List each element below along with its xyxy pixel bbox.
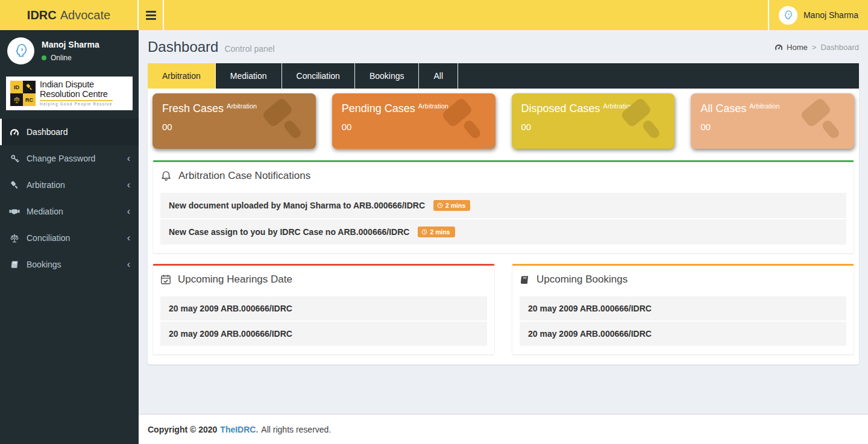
sidebar-user-panel: Manoj Sharma Online	[0, 30, 139, 73]
breadcrumb-separator: >	[812, 43, 817, 52]
sidebar-toggle-button[interactable]	[139, 0, 164, 30]
footer-brand-link[interactable]: TheIDRC.	[220, 425, 258, 434]
sidebar-item-mediation[interactable]: Mediation ‹	[0, 198, 139, 225]
all-cases-card[interactable]: All CasesArbitration 00	[691, 93, 854, 149]
gavel-icon	[9, 180, 20, 190]
tab-mediation[interactable]: Mediation	[216, 63, 282, 89]
app-brand[interactable]: IDRC Advocate	[0, 0, 139, 30]
gavel-watermark-icon	[621, 98, 667, 144]
key-icon	[9, 154, 20, 163]
top-navbar: IDRC Advocate Manoj Sharma	[0, 0, 868, 30]
footer-copyright: Copyright © 2020	[148, 425, 217, 434]
dashboard-icon	[775, 43, 783, 51]
idrc-logo-mark: ID RC	[10, 81, 36, 106]
chevron-left-icon: ‹	[127, 180, 130, 190]
chevron-left-icon: ‹	[127, 260, 130, 269]
navbar-user-name: Manoj Sharma	[804, 10, 858, 20]
fresh-cases-card[interactable]: Fresh CasesArbitration 00	[153, 93, 316, 149]
time-badge: 2 mins	[433, 200, 470, 211]
bookings-title: Upcoming Bookings	[536, 274, 627, 286]
sidebar-menu: Dashboard Change Password ‹ Arbitration …	[0, 119, 139, 278]
brand-light: Advocate	[60, 8, 110, 22]
tab-arbitration[interactable]: Arbitration	[148, 63, 216, 89]
logo-grid-scale-icon	[10, 93, 23, 106]
online-status-dot	[42, 55, 46, 60]
upcoming-bookings-panel: Upcoming Bookings 20 may 2009 ARB.000666…	[512, 264, 854, 355]
upcoming-hearings-panel: Upcoming Hearings Date 20 may 2009 ARB.0…	[153, 264, 495, 355]
page-subtitle: Control panel	[224, 44, 274, 54]
sidebar-avatar	[7, 37, 34, 64]
sidebar-item-arbitration[interactable]: Arbitration ‹	[0, 172, 139, 198]
book-icon	[9, 260, 20, 269]
chevron-left-icon: ‹	[127, 207, 130, 216]
tab-bookings[interactable]: Bookings	[355, 63, 420, 89]
sidebar: Manoj Sharma Online ID RC Indian Dispute…	[0, 30, 139, 444]
gavel-watermark-icon	[442, 98, 488, 144]
gavel-watermark-icon	[262, 98, 308, 144]
chevron-left-icon: ‹	[127, 233, 130, 243]
tab-conciliation[interactable]: Conciliation	[282, 63, 355, 89]
clock-icon	[421, 229, 427, 235]
hearing-item[interactable]: 20 may 2009 ARB.000666/IDRC	[160, 296, 487, 320]
breadcrumb-home-link[interactable]: Home	[775, 43, 808, 52]
sidebar-item-bookings[interactable]: Bookings ‹	[0, 251, 139, 278]
online-status-label: Online	[51, 54, 72, 62]
footer-rights: All rights reserved.	[261, 425, 331, 434]
idrc-logo: ID RC Indian Dispute Resolution Centre H…	[6, 77, 133, 110]
logo-line1: Indian Dispute	[40, 80, 113, 90]
chevron-left-icon: ‹	[127, 154, 130, 163]
footer: Copyright © 2020 TheIDRC. All rights res…	[139, 414, 868, 444]
hearings-title: Upcoming Hearings Date	[178, 274, 292, 286]
tab-all[interactable]: All	[419, 63, 458, 89]
hearing-item[interactable]: 20 may 2009 ARB.000666/IDRC	[160, 322, 487, 346]
pending-cases-card[interactable]: Pending CasesArbitration 00	[332, 93, 495, 149]
notification-item[interactable]: New document uploaded by Manoj Sharma to…	[160, 193, 846, 218]
book-icon	[520, 275, 530, 284]
user-status: Online	[42, 54, 99, 62]
notification-item[interactable]: New Case assign to you by IDRC Case no A…	[160, 219, 846, 245]
user-menu[interactable]: Manoj Sharma	[768, 0, 868, 30]
time-badge: 2 mins	[418, 227, 454, 237]
hamburger-icon	[146, 11, 156, 13]
case-type-tabs: Arbitration Mediation Conciliation Booki…	[148, 63, 859, 89]
bell-icon	[160, 170, 172, 181]
sidebar-item-change-password[interactable]: Change Password ‹	[0, 145, 139, 172]
gavel-watermark-icon	[800, 98, 846, 144]
logo-grid-rc: RC	[23, 93, 36, 106]
page-title: Dashboard	[148, 39, 218, 55]
logo-tagline: Helping Good People Resolve	[40, 100, 113, 107]
booking-item[interactable]: 20 may 2009 ARB.000666/IDRC	[520, 322, 846, 346]
user-avatar-icon	[779, 6, 797, 25]
logo-line2: Resolution Centre	[40, 90, 113, 99]
notifications-title: Arbitration Case Notifications	[178, 170, 310, 182]
sidebar-item-conciliation[interactable]: Conciliation ‹	[0, 225, 139, 251]
disposed-cases-card[interactable]: Disposed CasesArbitration 00	[512, 93, 675, 149]
summary-cards: Fresh CasesArbitration 00 Pending CasesA…	[153, 93, 854, 149]
content-area: Dashboard Control panel Home > Dashboard…	[139, 30, 868, 414]
calendar-check-icon	[160, 274, 171, 285]
tab-content-panel: Fresh CasesArbitration 00 Pending CasesA…	[148, 89, 859, 364]
logo-grid-gavel-icon	[23, 81, 36, 93]
sidebar-item-dashboard[interactable]: Dashboard	[0, 119, 139, 145]
logo-grid-id: ID	[10, 81, 23, 93]
breadcrumb-current: Dashboard	[820, 43, 859, 52]
booking-item[interactable]: 20 may 2009 ARB.000666/IDRC	[520, 296, 846, 320]
breadcrumb: Home > Dashboard	[775, 43, 859, 52]
brand-bold: IDRC	[27, 8, 57, 22]
handshake-icon	[9, 207, 20, 216]
sidebar-user-name: Manoj Sharma	[42, 40, 99, 49]
clock-icon	[437, 202, 443, 208]
notifications-panel: Arbitration Case Notifications New docum…	[153, 160, 854, 254]
dashboard-icon	[9, 127, 20, 137]
scale-icon	[9, 234, 20, 243]
